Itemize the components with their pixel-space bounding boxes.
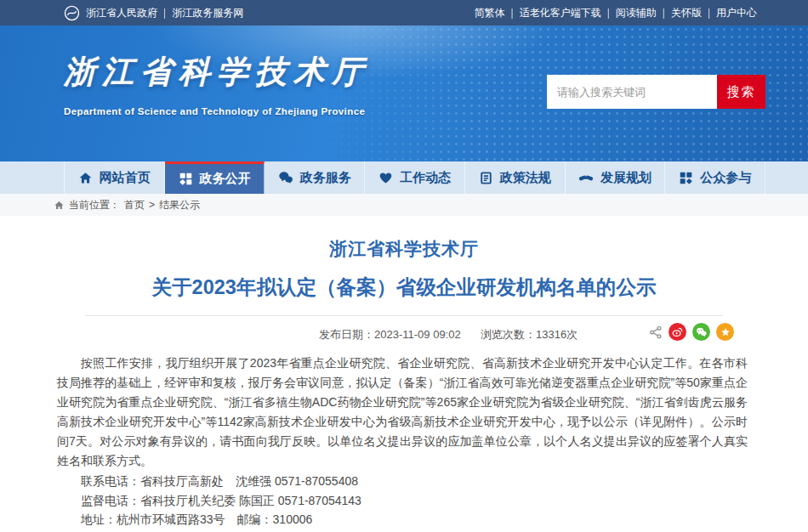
topbar-left-links: 浙江省人民政府 | 浙江政务服务网 — [64, 5, 243, 21]
publish-date-value: 2023-11-09 09:02 — [374, 328, 461, 341]
nav-item-public-participation[interactable]: 公众参与 — [665, 161, 765, 194]
link-elderly-client-download[interactable]: 适老化客户端下载 — [520, 6, 601, 20]
weibo-share-icon[interactable] — [669, 323, 686, 341]
breadcrumb-home-icon — [54, 200, 65, 211]
chat-icon — [278, 170, 293, 185]
link-care-version[interactable]: 关怀版 — [671, 6, 702, 20]
nav-label: 网站首页 — [100, 170, 151, 186]
nav-label: 公众参与 — [700, 170, 751, 186]
address-line: 地址：杭州市环城西路33号 邮编：310006 — [81, 510, 753, 529]
view-count: 浏览次数：13316次 — [481, 327, 578, 342]
publish-date-label: 发布日期： — [319, 328, 374, 341]
share-bar — [649, 323, 734, 341]
article-meta-row: 发布日期：2023-11-09 09:02 浏览次数：13316次 — [55, 320, 753, 348]
breadcrumb-current: 结果公示 — [159, 198, 200, 212]
article-paragraph: 按照工作安排，我厅组织开展了2023年省重点企业研究院、省企业研究院、省高新技术… — [55, 354, 753, 471]
home-icon — [78, 171, 93, 185]
article-title-main: 关于2023年拟认定（备案）省级企业研发机构名单的公示 — [55, 274, 753, 301]
link-reading-assist[interactable]: 阅读辅助 — [616, 6, 657, 20]
breadcrumb-separator: > — [149, 199, 155, 211]
separator: | — [163, 7, 166, 19]
favorite-star-icon[interactable] — [716, 323, 734, 341]
link-provincial-government[interactable]: 浙江省人民政府 — [86, 6, 157, 20]
breadcrumb-label: 当前位置： — [69, 198, 120, 212]
nav-item-development-plan[interactable]: 发展规划 — [566, 161, 666, 194]
nav-label: 政务公开 — [200, 171, 251, 187]
article-title-agency: 浙江省科学技术厅 — [55, 237, 753, 261]
nav-item-home[interactable]: 网站首页 — [64, 161, 165, 194]
contact-block: 联系电话：省科技厅高新处 沈维强 0571-87055408 监督电话：省科技厅… — [55, 472, 753, 529]
wechat-share-icon[interactable] — [692, 323, 710, 341]
separator: | — [663, 7, 665, 19]
contact-phone-line: 联系电话：省科技厅高新处 沈维强 0571-87055408 — [81, 472, 753, 491]
link-gov-service-site[interactable]: 浙江政务服务网 — [172, 6, 243, 20]
site-logo[interactable]: 浙江省科学技术厅 Department of Science and Techn… — [64, 51, 370, 116]
view-count-value: 13316次 — [536, 328, 578, 341]
title-divider — [85, 315, 723, 316]
article-content: 浙江省科学技术厅 关于2023年拟认定（备案）省级企业研发机构名单的公示 发布日… — [55, 216, 753, 532]
main-navigation: 网站首页 政务公开 政务服务 工作动态 政策法规 — [0, 161, 808, 194]
heart-icon — [378, 171, 393, 185]
link-user-center[interactable]: 用户中心 — [716, 6, 757, 20]
document-icon — [479, 171, 493, 185]
share-icon[interactable] — [649, 325, 663, 339]
supervision-phone-line: 监督电话：省科技厅机关纪委 陈国正 0571-87054143 — [81, 491, 753, 511]
government-emblem-icon — [64, 5, 80, 21]
handshake-icon — [578, 170, 594, 185]
nav-label: 工作动态 — [400, 170, 451, 186]
separator: | — [511, 7, 514, 19]
site-banner: 浙江省科学技术厅 Department of Science and Techn… — [0, 25, 808, 161]
search-input[interactable] — [547, 75, 717, 109]
nav-item-gov-open[interactable]: 政务公开 — [165, 161, 265, 194]
nav-item-work-news[interactable]: 工作动态 — [365, 161, 465, 194]
view-count-label: 浏览次数： — [481, 328, 536, 341]
topbar-right-links: 简繁体 | 适老化客户端下载 | 阅读辅助 | 关怀版 | 用户中心 — [475, 6, 758, 20]
search-box: 搜索 — [547, 75, 765, 109]
publish-date: 发布日期：2023-11-09 09:02 — [319, 327, 461, 342]
breadcrumb: 当前位置： 首页 > 结果公示 — [0, 194, 808, 216]
breadcrumb-home-link[interactable]: 首页 — [124, 198, 145, 212]
site-title-en: Department of Science and Technology of … — [64, 106, 370, 116]
site-title-cn: 浙江省科学技术厅 — [64, 51, 370, 93]
nav-label: 发展规划 — [600, 170, 652, 186]
separator: | — [708, 7, 710, 19]
link-simplified-traditional[interactable]: 简繁体 — [475, 6, 505, 20]
separator: | — [607, 7, 610, 19]
gov-open-icon — [179, 172, 193, 186]
nav-label: 政策法规 — [500, 170, 551, 186]
nav-item-gov-service[interactable]: 政务服务 — [265, 161, 365, 194]
nav-item-policy[interactable]: 政策法规 — [465, 161, 566, 194]
search-button[interactable]: 搜索 — [717, 75, 765, 109]
top-utility-bar: 浙江省人民政府 | 浙江政务服务网 简繁体 | 适老化客户端下载 | 阅读辅助 … — [0, 0, 808, 25]
nav-label: 政务服务 — [300, 170, 351, 186]
participate-icon — [679, 171, 693, 185]
